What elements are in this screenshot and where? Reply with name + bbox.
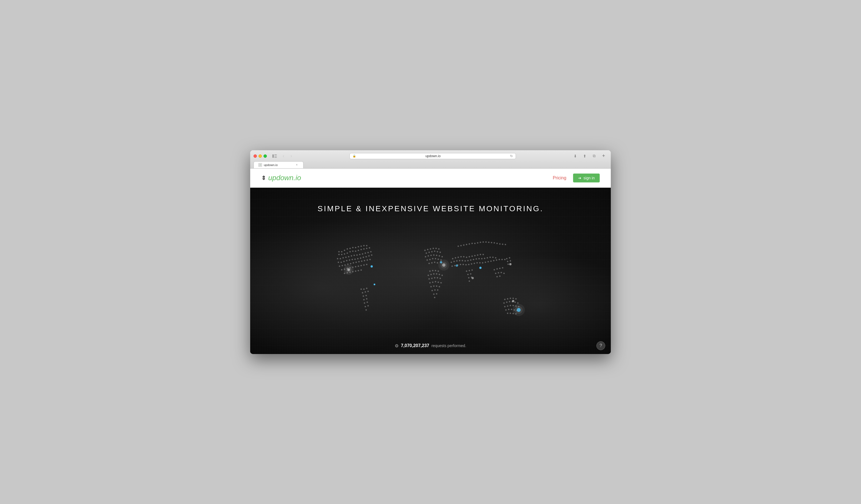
svg-point-48 bbox=[360, 257, 361, 258]
svg-point-20 bbox=[352, 250, 354, 252]
reload-button[interactable]: ↻ bbox=[510, 154, 513, 158]
svg-point-177 bbox=[476, 258, 477, 260]
back-button[interactable]: ‹ bbox=[281, 153, 286, 159]
svg-point-202 bbox=[499, 258, 500, 260]
requests-label: requests performed. bbox=[432, 344, 466, 348]
svg-point-44 bbox=[349, 259, 350, 261]
active-tab[interactable]: ↕ updown.io × bbox=[254, 162, 303, 168]
svg-point-22 bbox=[358, 250, 359, 251]
svg-point-190 bbox=[465, 264, 467, 265]
svg-point-58 bbox=[353, 262, 354, 263]
tab-close-button[interactable]: × bbox=[295, 163, 299, 167]
signin-label: sign in bbox=[584, 176, 595, 180]
hero-status: ⚙ 7,070,207,237 requests performed. bbox=[395, 343, 466, 349]
svg-point-269 bbox=[510, 312, 511, 314]
svg-point-100 bbox=[433, 248, 434, 249]
svg-point-265 bbox=[511, 309, 512, 310]
svg-point-166 bbox=[480, 254, 481, 255]
location-dot-aus2 bbox=[512, 300, 514, 302]
svg-point-205 bbox=[466, 270, 467, 272]
svg-point-152 bbox=[437, 289, 439, 291]
svg-point-99 bbox=[430, 248, 431, 250]
share-button[interactable]: ⬆ bbox=[581, 153, 589, 159]
svg-point-50 bbox=[366, 256, 367, 257]
svg-point-181 bbox=[487, 257, 488, 258]
svg-point-14 bbox=[366, 245, 368, 246]
svg-point-155 bbox=[434, 297, 436, 298]
svg-rect-0 bbox=[272, 154, 274, 158]
svg-point-253 bbox=[509, 301, 510, 302]
svg-point-237 bbox=[483, 241, 484, 242]
svg-point-195 bbox=[479, 262, 481, 263]
forward-button[interactable]: › bbox=[288, 153, 294, 159]
svg-point-16 bbox=[341, 254, 343, 255]
svg-point-239 bbox=[488, 241, 490, 243]
address-bar[interactable]: 🔒 updown.io ↻ bbox=[350, 153, 516, 159]
svg-point-154 bbox=[436, 293, 437, 294]
svg-point-130 bbox=[428, 275, 429, 276]
svg-point-71 bbox=[358, 265, 359, 267]
svg-point-198 bbox=[488, 261, 489, 262]
svg-point-160 bbox=[463, 256, 465, 257]
svg-point-52 bbox=[371, 254, 372, 256]
new-tab-button[interactable]: + bbox=[600, 153, 607, 159]
svg-point-156 bbox=[452, 258, 453, 259]
duplicate-button[interactable]: ⧉ bbox=[590, 153, 598, 159]
sidebar-toggle[interactable] bbox=[271, 153, 278, 159]
svg-point-213 bbox=[494, 269, 495, 270]
svg-point-149 bbox=[439, 286, 440, 287]
download-button[interactable]: ⬇ bbox=[571, 153, 579, 159]
svg-point-138 bbox=[434, 277, 436, 278]
svg-point-87 bbox=[368, 291, 369, 292]
location-blue-2 bbox=[374, 284, 375, 285]
svg-point-129 bbox=[438, 270, 439, 272]
svg-point-173 bbox=[465, 260, 466, 262]
svg-point-189 bbox=[463, 264, 464, 265]
signin-button[interactable]: ➔ sign in bbox=[573, 173, 600, 182]
help-button[interactable]: ? bbox=[596, 341, 605, 350]
svg-point-74 bbox=[366, 264, 368, 265]
svg-point-5 bbox=[341, 251, 343, 252]
svg-point-169 bbox=[453, 261, 455, 262]
pricing-link[interactable]: Pricing bbox=[553, 176, 566, 181]
svg-point-23 bbox=[360, 249, 362, 250]
svg-point-192 bbox=[471, 263, 473, 265]
svg-point-95 bbox=[368, 305, 369, 306]
svg-point-106 bbox=[434, 250, 436, 252]
svg-point-246 bbox=[504, 298, 506, 300]
svg-point-11 bbox=[358, 246, 359, 247]
svg-point-165 bbox=[477, 254, 478, 256]
svg-point-139 bbox=[437, 277, 438, 278]
svg-point-151 bbox=[434, 289, 436, 291]
svg-point-216 bbox=[502, 267, 504, 268]
svg-point-110 bbox=[428, 255, 429, 256]
svg-point-234 bbox=[474, 242, 476, 244]
svg-point-228 bbox=[458, 246, 459, 247]
svg-point-122 bbox=[428, 263, 430, 264]
svg-point-54 bbox=[342, 265, 343, 266]
svg-point-115 bbox=[441, 256, 443, 257]
svg-point-65 bbox=[341, 269, 343, 270]
svg-point-8 bbox=[350, 248, 351, 249]
website-content: ⇕ updown.io Pricing ➔ sign in SIMPLE & I… bbox=[250, 169, 611, 354]
minimize-button[interactable] bbox=[259, 154, 262, 158]
svg-point-38 bbox=[368, 252, 369, 253]
site-logo[interactable]: ⇕ updown.io bbox=[261, 173, 301, 182]
svg-point-127 bbox=[432, 270, 434, 271]
maximize-button[interactable] bbox=[263, 154, 267, 158]
svg-point-191 bbox=[468, 264, 469, 265]
svg-point-89 bbox=[366, 295, 367, 296]
close-button[interactable] bbox=[254, 154, 257, 158]
svg-point-119 bbox=[435, 258, 436, 259]
svg-point-185 bbox=[452, 265, 453, 267]
svg-point-61 bbox=[361, 260, 363, 262]
svg-point-137 bbox=[431, 278, 433, 279]
svg-point-263 bbox=[505, 309, 507, 310]
svg-point-93 bbox=[367, 302, 368, 303]
svg-point-80 bbox=[358, 270, 359, 271]
svg-point-162 bbox=[469, 256, 470, 257]
svg-point-41 bbox=[341, 262, 342, 263]
svg-point-51 bbox=[368, 255, 370, 256]
logo-accent-text: .io bbox=[293, 173, 301, 182]
svg-point-140 bbox=[440, 278, 441, 279]
